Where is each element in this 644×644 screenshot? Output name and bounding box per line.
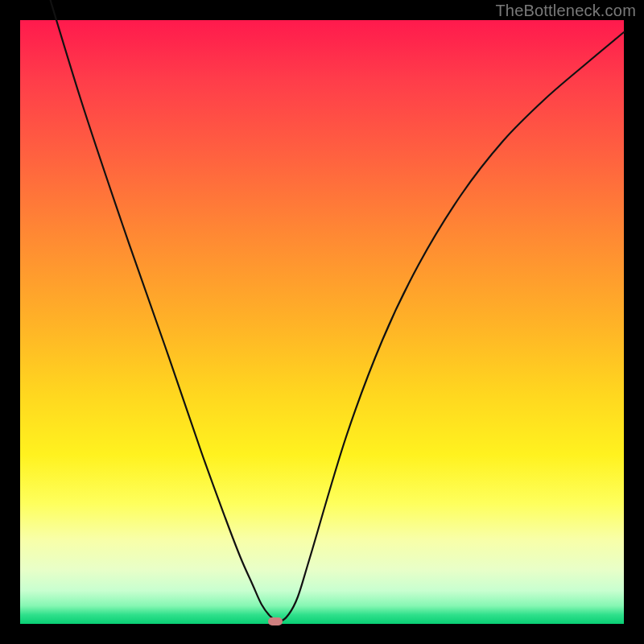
watermark-text: TheBottleneck.com [495,2,636,20]
bottleneck-curve [39,0,625,621]
chart-curve-svg [20,20,624,624]
chart-marker [268,617,283,625]
chart-frame: TheBottleneck.com [0,0,644,644]
